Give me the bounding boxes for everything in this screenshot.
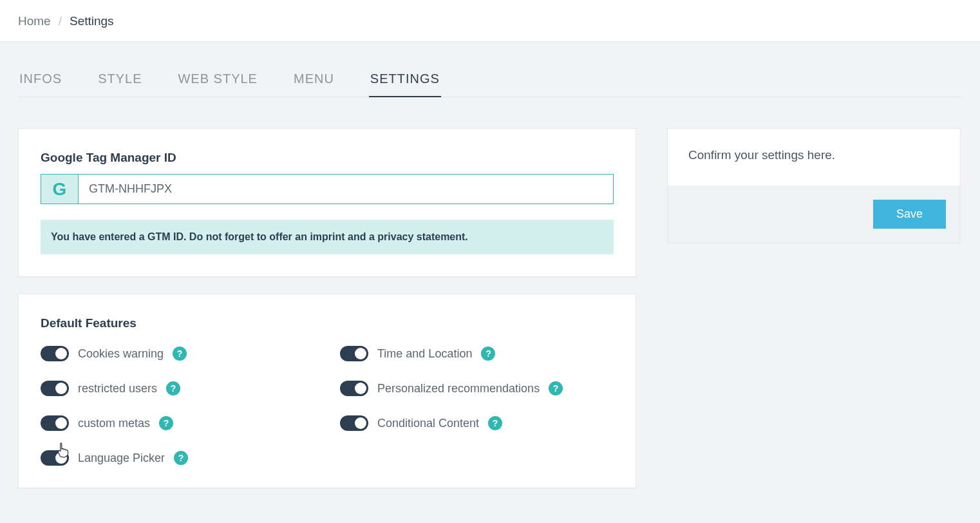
tab-web-style[interactable]: WEB STYLE <box>176 66 258 97</box>
toggle-time-location[interactable] <box>340 346 368 361</box>
topbar: Home / Settings <box>0 0 980 42</box>
feature-label: custom metas <box>78 417 150 430</box>
gtm-input-addon: G <box>41 175 79 204</box>
tab-menu[interactable]: MENU <box>292 66 335 97</box>
feature-row: Cookies warning ? <box>41 346 314 361</box>
features-card: Default Features Cookies warning ? restr… <box>18 294 636 488</box>
help-icon[interactable]: ? <box>166 381 180 395</box>
feature-row: Personalized recommendations ? <box>340 381 614 396</box>
toggle-conditional-content[interactable] <box>340 415 368 431</box>
feature-row: Language Picker ? <box>41 450 314 466</box>
feature-row: Time and Location ? <box>340 346 614 361</box>
tab-bar: INFOS STYLE WEB STYLE MENU SETTINGS <box>18 66 962 97</box>
tab-settings[interactable]: SETTINGS <box>369 66 441 97</box>
gtm-title: Google Tag Manager ID <box>41 151 614 165</box>
breadcrumb-current: Settings <box>70 14 114 28</box>
feature-label: Personalized recommendations <box>377 382 540 395</box>
toggle-language-picker[interactable] <box>41 450 69 466</box>
gtm-card: Google Tag Manager ID G You have entered… <box>18 128 636 277</box>
feature-label: restricted users <box>78 382 157 395</box>
feature-label: Conditional Content <box>377 417 479 430</box>
help-icon[interactable]: ? <box>174 451 188 465</box>
gtm-input-group: G <box>41 174 614 204</box>
help-icon[interactable]: ? <box>481 347 495 361</box>
gtm-hint-alert: You have entered a GTM ID. Do not forget… <box>41 220 614 254</box>
help-icon[interactable]: ? <box>159 416 173 430</box>
feature-label: Cookies warning <box>78 347 164 361</box>
toggle-cookies-warning[interactable] <box>41 346 69 361</box>
save-button[interactable]: Save <box>873 200 946 229</box>
feature-label: Time and Location <box>377 347 472 361</box>
confirm-message: Confirm your settings here. <box>668 129 960 185</box>
help-icon[interactable]: ? <box>173 347 187 361</box>
feature-row: custom metas ? <box>41 415 314 431</box>
help-icon[interactable]: ? <box>549 381 563 395</box>
tab-style[interactable]: STYLE <box>97 66 143 97</box>
feature-label: Language Picker <box>78 452 165 465</box>
toggle-personalized-recommendations[interactable] <box>340 381 368 396</box>
feature-row: restricted users ? <box>41 381 314 396</box>
breadcrumb-home[interactable]: Home <box>18 14 51 28</box>
features-title: Default Features <box>41 316 614 330</box>
breadcrumb-separator: / <box>59 14 62 28</box>
toggle-custom-metas[interactable] <box>41 415 69 431</box>
gtm-id-input[interactable] <box>79 175 613 204</box>
google-g-icon: G <box>53 179 67 200</box>
tab-infos[interactable]: INFOS <box>18 66 63 97</box>
toggle-restricted-users[interactable] <box>41 381 69 396</box>
breadcrumb: Home / Settings <box>18 14 962 28</box>
confirm-footer: Save <box>668 185 960 243</box>
help-icon[interactable]: ? <box>488 416 502 430</box>
confirm-card: Confirm your settings here. Save <box>667 128 961 243</box>
feature-row: Conditional Content ? <box>340 415 614 431</box>
